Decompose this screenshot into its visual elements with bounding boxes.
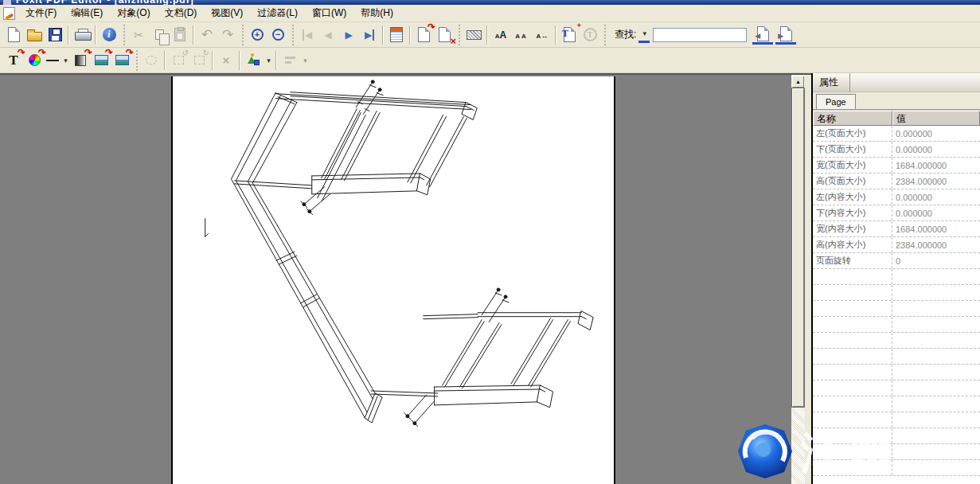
new-document-button[interactable]	[3, 25, 24, 45]
column-name[interactable]: 名称	[813, 111, 892, 126]
line-style-dropdown[interactable]: ▾	[61, 50, 70, 71]
selection-icon	[174, 56, 184, 64]
empty-row	[813, 444, 980, 460]
technical-drawing	[173, 76, 614, 484]
paste-button[interactable]	[170, 25, 190, 45]
delete-page-button[interactable]: ×	[434, 25, 455, 45]
menu-edit[interactable]: 编辑(E)	[64, 4, 110, 22]
app-icon	[2, 0, 12, 5]
menu-object[interactable]: 对象(O)	[110, 4, 157, 22]
menu-document[interactable]: 文档(D)	[158, 4, 205, 22]
toolbar-grip[interactable]	[603, 25, 606, 45]
redo-button[interactable]: ↷	[217, 25, 238, 45]
last-page-button[interactable]: ▶	[359, 25, 380, 45]
pdf-page[interactable]	[171, 76, 615, 484]
menu-file[interactable]: 文件(F)	[18, 4, 64, 22]
font-width-button[interactable]: A↔	[532, 25, 552, 45]
search-forward-button[interactable]: ▶	[775, 25, 796, 45]
info-icon: i	[103, 28, 116, 41]
first-page-button[interactable]: ◀	[297, 25, 318, 45]
toolbar-grip[interactable]	[123, 25, 125, 45]
toolbar-grip[interactable]	[241, 25, 244, 45]
save-button[interactable]	[45, 25, 65, 45]
add-text-object-button[interactable]: T+	[559, 25, 580, 45]
align-objects-button[interactable]	[279, 50, 300, 71]
line-style-button[interactable]	[45, 50, 61, 71]
circle-t-icon: T	[584, 28, 597, 41]
menu-view[interactable]: 视图(V)	[204, 4, 250, 22]
separator	[275, 51, 277, 70]
insert-shape-dropdown[interactable]: ▾	[264, 50, 273, 71]
property-row[interactable]: 高(页面大小) 2384.000000	[813, 174, 980, 189]
rotate-left-button[interactable]: ↺	[168, 50, 189, 71]
rotate-page-button[interactable]: ↷	[413, 25, 434, 45]
previous-page-button[interactable]: ◀	[318, 25, 338, 45]
rotate-right-button[interactable]: ↻	[189, 50, 209, 71]
toolbar-grip[interactable]	[291, 25, 294, 45]
add-image-button[interactable]: ↷	[111, 50, 132, 71]
property-row[interactable]: 宽(页面大小) 1684.000000	[813, 158, 980, 174]
property-row[interactable]: 宽(内容大小) 1684.000000	[813, 221, 980, 237]
next-page-button[interactable]: ▶	[338, 25, 359, 45]
vertical-scrollbar[interactable]: ▲	[791, 73, 805, 484]
hatch-pattern-button[interactable]	[463, 25, 484, 45]
insert-shape-button[interactable]	[243, 50, 264, 71]
open-file-button[interactable]	[24, 25, 45, 45]
rotate-right-icon: ↻	[203, 49, 209, 57]
delete-object-button[interactable]: ×	[216, 50, 236, 71]
chevron-down-icon: ▾	[64, 57, 68, 64]
search-backward-button[interactable]: ◀	[752, 25, 773, 45]
separator	[95, 25, 96, 45]
fill-gradient-button[interactable]: ↷	[70, 50, 91, 71]
text-state-button[interactable]: T	[580, 25, 600, 45]
chevron-down-icon: ▾	[643, 29, 647, 37]
property-row[interactable]: 下(页面大小) 0.000000	[813, 142, 980, 158]
copy-button[interactable]	[149, 25, 170, 45]
align-dropdown[interactable]: ▾	[300, 50, 310, 71]
empty-row	[813, 412, 980, 428]
zoom-out-button[interactable]: −	[267, 25, 288, 45]
property-row[interactable]: 下(内容大小) 0.000000	[813, 205, 980, 221]
menu-window[interactable]: 窗口(W)	[305, 4, 353, 22]
tab-page[interactable]: Page	[816, 94, 856, 109]
separator	[555, 25, 556, 45]
empty-row	[813, 269, 980, 285]
clipboard-icon	[174, 28, 185, 41]
cut-button[interactable]: ✂	[128, 25, 149, 45]
property-row[interactable]: 左(页面大小) 0.000000	[813, 126, 980, 142]
zoom-in-button[interactable]: +	[247, 25, 267, 45]
menu-help[interactable]: 帮助(H)	[353, 4, 400, 22]
big-a: A	[500, 29, 507, 41]
replace-font-button[interactable]: AA	[490, 25, 511, 45]
toolbar-grip[interactable]	[458, 25, 460, 45]
sphere-shape-icon	[251, 53, 254, 57]
toolbar-grip[interactable]	[135, 50, 138, 71]
page-layout-button[interactable]	[386, 25, 407, 45]
empty-row	[813, 365, 980, 381]
print-button[interactable]	[72, 25, 92, 45]
edit-color-button[interactable]: ↷	[24, 50, 45, 71]
add-text-button[interactable]: T↷	[3, 50, 24, 71]
edit-image-button[interactable]: ↷	[91, 50, 111, 71]
font-spacing-button[interactable]: AA	[511, 25, 532, 45]
menu-filter[interactable]: 过滤器(L)	[250, 4, 305, 22]
document-canvas[interactable]	[0, 73, 791, 484]
property-row[interactable]: 左(内容大小) 0.000000	[813, 189, 980, 205]
property-name: 左(内容大小)	[813, 189, 892, 205]
separator	[164, 51, 166, 70]
open-folder-icon	[27, 32, 42, 41]
property-row[interactable]: 页面旋转 0	[813, 253, 980, 269]
find-input[interactable]	[653, 28, 747, 42]
title-bar: Foxit PDF Editor - [anzhuang.pdf]	[0, 0, 980, 5]
column-value[interactable]: 值	[892, 111, 980, 126]
scrollbar-thumb[interactable]	[792, 88, 804, 407]
scroll-up-button[interactable]: ▲	[792, 76, 804, 88]
property-row[interactable]: 高(内容大小) 2384.000000	[813, 237, 980, 253]
document-info-button[interactable]: i	[99, 25, 119, 45]
properties-panel: 属性 Page 名称 值 左(页面大小) 0.000000 下(页面大小) 0.…	[813, 73, 980, 484]
hatch-pattern-icon	[467, 30, 482, 40]
find-dropdown-button[interactable]: ▾	[638, 27, 650, 43]
undo-button[interactable]: ↶	[197, 25, 217, 45]
selection-icon	[194, 56, 205, 64]
deselect-button[interactable]	[141, 50, 162, 71]
